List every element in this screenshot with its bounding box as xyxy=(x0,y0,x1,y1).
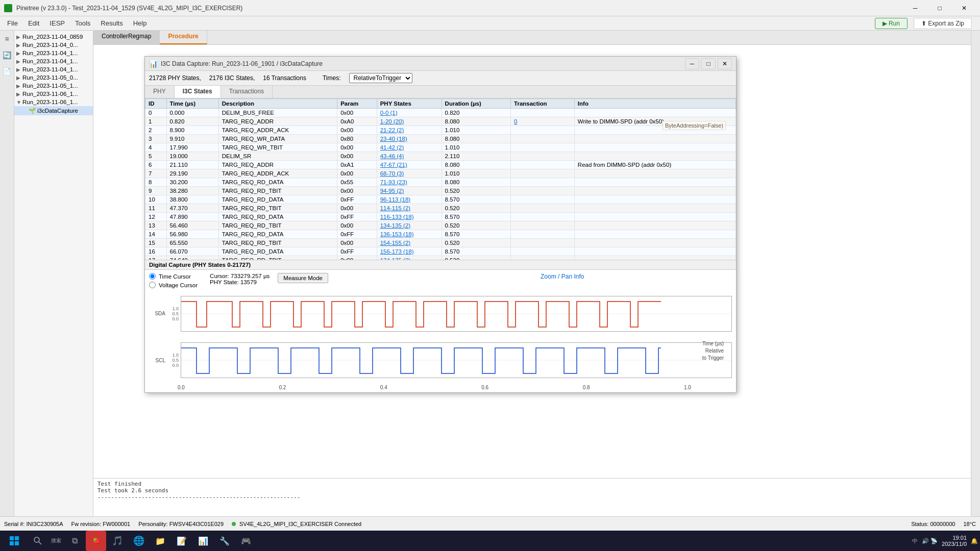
tab-procedure[interactable]: Procedure xyxy=(160,31,207,44)
minimize-button[interactable]: ─ xyxy=(903,0,927,16)
sidebar-item-run4[interactable]: ▶ Run_2023-11-04_1... xyxy=(14,57,93,65)
scl-svg xyxy=(181,343,731,378)
sidebar-item-run6[interactable]: ▶ Run_2023-11-05_0... xyxy=(14,73,93,82)
table-cell[interactable]: 47-67 (21) xyxy=(377,161,442,169)
sidebar-item-run7[interactable]: ▶ Run_2023-11-05_1... xyxy=(14,82,93,90)
table-row[interactable]: 1565.550TARG_REQ_RD_TBIT0x00154-155 (2)0… xyxy=(145,239,736,247)
table-cell[interactable]: 23-40 (18) xyxy=(377,135,442,143)
table-cell: 38.280 xyxy=(166,187,218,195)
table-cell[interactable]: 174-175 (2) xyxy=(377,256,442,260)
scl-y-high: 1.0 xyxy=(167,353,179,358)
table-cell: TARG_REQ_RD_TBIT xyxy=(218,239,337,247)
table-cell[interactable]: 134-135 (2) xyxy=(377,221,442,230)
table-cell[interactable]: 41-42 (2) xyxy=(377,143,442,152)
taskbar-app6[interactable]: 📊 xyxy=(193,531,213,551)
sidebar-item-run5[interactable]: ▶ Run_2023-11-04_1... xyxy=(14,65,93,73)
tab-phy[interactable]: PHY xyxy=(145,86,175,98)
table-cell[interactable]: 136-153 (18) xyxy=(377,230,442,239)
tab-transactions[interactable]: Transactions xyxy=(221,86,273,98)
col-time: Time (µs) xyxy=(166,99,218,109)
table-cell[interactable]: 0 xyxy=(511,117,575,126)
menu-results[interactable]: Results xyxy=(95,17,128,29)
sidebar-icon-menu[interactable]: ≡ xyxy=(1,33,13,45)
voltage-cursor-radio[interactable] xyxy=(149,282,156,288)
table-cell: TARG_REQ_RD_TBIT xyxy=(218,256,337,260)
modal-maximize[interactable]: □ xyxy=(701,58,716,69)
sidebar-item-run1[interactable]: ▶ Run_2023-11-04_0859 xyxy=(14,33,93,41)
modal-close[interactable]: ✕ xyxy=(718,58,732,69)
taskbar-app8[interactable]: 🎮 xyxy=(236,531,256,551)
table-row[interactable]: 621.110TARG_REQ_ADDR0xA147-67 (21)8.080R… xyxy=(145,161,736,169)
time-02: 0.2 xyxy=(279,385,286,390)
table-cell[interactable]: 156-173 (18) xyxy=(377,247,442,256)
table-row[interactable]: 1356.460TARG_REQ_RD_TBIT0x00134-135 (2)0… xyxy=(145,221,736,230)
table-cell xyxy=(574,135,736,143)
table-row[interactable]: 1247.890TARG_REQ_RD_DATA0xFF116-133 (18)… xyxy=(145,213,736,221)
menu-file[interactable]: File xyxy=(2,17,23,29)
taskbar-app7[interactable]: 🔧 xyxy=(214,531,235,551)
table-row[interactable]: 39.910TARG_REQ_WR_DATA0x8023-40 (18)8.08… xyxy=(145,135,736,143)
modal-minimize[interactable]: ─ xyxy=(685,58,699,69)
taskview-button[interactable]: ⧉ xyxy=(64,531,85,551)
table-cell[interactable]: 71-93 (23) xyxy=(377,178,442,187)
sidebar-item-run2[interactable]: ▶ Run_2023-11-04_0... xyxy=(14,41,93,49)
table-cell[interactable]: 43-46 (4) xyxy=(377,152,442,161)
table-row[interactable]: 417.990TARG_REQ_WR_TBIT0x0041-42 (2)1.01… xyxy=(145,143,736,152)
sidebar-item-run9[interactable]: ▼ Run_2023-11-06_1... xyxy=(14,98,93,106)
taskbar-app3[interactable]: 🌐 xyxy=(129,531,149,551)
time-cursor-radio[interactable] xyxy=(149,273,156,280)
start-button[interactable] xyxy=(2,531,27,551)
table-cell[interactable]: 154-155 (2) xyxy=(377,239,442,247)
menu-tools[interactable]: Tools xyxy=(70,17,95,29)
table-row[interactable]: 1147.370TARG_REQ_RD_TBIT0x00114-115 (2)0… xyxy=(145,204,736,213)
table-cell xyxy=(511,126,575,135)
menu-iesp[interactable]: IESP xyxy=(44,17,70,29)
table-row[interactable]: 830.200TARG_REQ_RD_DATA0x5571-93 (23)8.0… xyxy=(145,178,736,187)
search-button[interactable] xyxy=(28,531,48,551)
table-row[interactable]: 519.000DELIM_SR0x0043-46 (4)2.110 xyxy=(145,152,736,161)
table-cell[interactable]: 0-0 (1) xyxy=(377,109,442,117)
table-row[interactable]: 1666.070TARG_REQ_RD_DATA0xFF156-173 (18)… xyxy=(145,247,736,256)
sidebar-item-run8[interactable]: ▶ Run_2023-11-06_1... xyxy=(14,90,93,98)
table-row[interactable]: 10.820TARG_REQ_ADDR0xA01-20 (20)8.0800Wr… xyxy=(145,117,736,126)
taskbar-notif[interactable]: 🔔 xyxy=(971,538,978,544)
menu-edit[interactable]: Edit xyxy=(23,17,44,29)
taskbar-app2[interactable]: 🎵 xyxy=(107,531,128,551)
times-dropdown[interactable]: RelativeToTrigger Absolute xyxy=(349,73,412,83)
table-cell[interactable]: 114-115 (2) xyxy=(377,204,442,213)
taskbar-app1[interactable]: 🍓 xyxy=(86,531,106,551)
sidebar-icon-doc[interactable]: 📄 xyxy=(1,65,13,78)
table-cell[interactable]: 94-95 (2) xyxy=(377,187,442,195)
table-row[interactable]: 00.000DELIM_BUS_FREE0x000-0 (1)0.820 xyxy=(145,109,736,117)
close-button[interactable]: ✕ xyxy=(952,0,976,16)
svg-point-8 xyxy=(34,537,39,542)
table-cell[interactable]: 68-70 (3) xyxy=(377,169,442,178)
table-row[interactable]: 938.280TARG_REQ_RD_TBIT0x0094-95 (2)0.52… xyxy=(145,187,736,195)
tab-i3c-states[interactable]: I3C States xyxy=(175,86,221,98)
export-button[interactable]: ⬆ Export as Zip xyxy=(914,18,972,29)
maximize-button[interactable]: □ xyxy=(928,0,951,16)
table-row[interactable]: 28.900TARG_REQ_ADDR_ACK0x0021-22 (2)1.01… xyxy=(145,126,736,135)
zoom-pan-link[interactable]: Zoom / Pan Info xyxy=(541,273,584,280)
table-cell[interactable]: 21-22 (2) xyxy=(377,126,442,135)
table-cell[interactable]: 116-133 (18) xyxy=(377,213,442,221)
search-text[interactable]: 搜索 xyxy=(49,537,63,544)
modal-controls: ─ □ ✕ xyxy=(685,58,732,69)
table-row[interactable]: 729.190TARG_REQ_ADDR_ACK0x0068-70 (3)1.0… xyxy=(145,169,736,178)
title-bar-left: 🌲 Pinetree (v 23.3.0) - Test_2023-11-04_… xyxy=(4,4,242,12)
table-row[interactable]: 1774.640TARG_REQ_RD_TBIT0x00174-175 (2)0… xyxy=(145,256,736,260)
menu-help[interactable]: Help xyxy=(128,17,152,29)
table-row[interactable]: 1038.800TARG_REQ_RD_DATA0xFF96-113 (18)8… xyxy=(145,195,736,204)
measure-mode-button[interactable]: Measure Mode xyxy=(278,273,328,283)
sidebar-item-run3[interactable]: ▶ Run_2023-11-04_1... xyxy=(14,49,93,57)
table-row[interactable]: 1456.980TARG_REQ_RD_DATA0xFF136-153 (18)… xyxy=(145,230,736,239)
sidebar-item-capture[interactable]: 🌱 i3cDataCapture xyxy=(14,106,93,115)
table-cell[interactable]: 1-20 (20) xyxy=(377,117,442,126)
run-button[interactable]: ▶ Run xyxy=(875,18,908,29)
taskbar-app5[interactable]: 📝 xyxy=(172,531,192,551)
table-cell[interactable]: 96-113 (18) xyxy=(377,195,442,204)
tab-controller-regmap[interactable]: ControllerRegmap xyxy=(93,31,160,44)
taskbar-app4[interactable]: 📁 xyxy=(150,531,170,551)
table-body: 00.000DELIM_BUS_FREE0x000-0 (1)0.82010.8… xyxy=(145,109,736,260)
sidebar-icon-refresh[interactable]: 🔄 xyxy=(1,49,13,61)
